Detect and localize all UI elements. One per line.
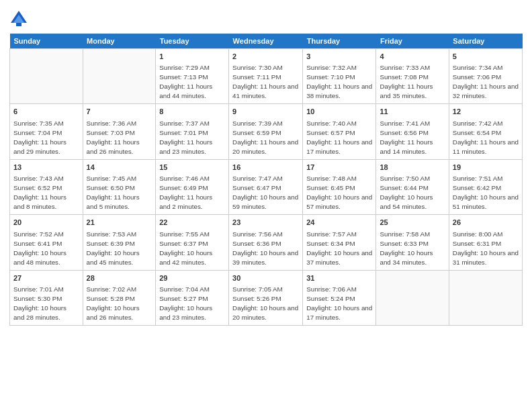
day-number: 24	[306, 218, 372, 228]
week-row-5: 27Sunrise: 7:01 AMSunset: 5:30 PMDayligh…	[10, 270, 523, 325]
day-number: 26	[453, 218, 519, 228]
calendar-cell: 12Sunrise: 7:42 AMSunset: 6:54 PMDayligh…	[449, 104, 522, 159]
calendar-cell: 27Sunrise: 7:01 AMSunset: 5:30 PMDayligh…	[10, 270, 83, 325]
day-number: 6	[13, 107, 79, 117]
calendar-cell: 2Sunrise: 7:30 AMSunset: 7:11 PMDaylight…	[229, 49, 303, 104]
calendar-cell	[376, 270, 449, 325]
day-number: 15	[159, 163, 225, 173]
day-number: 18	[380, 163, 445, 173]
calendar-cell: 1Sunrise: 7:29 AMSunset: 7:13 PMDaylight…	[156, 49, 229, 104]
calendar-cell	[449, 270, 522, 325]
day-info: Sunrise: 7:41 AMSunset: 6:56 PMDaylight:…	[380, 120, 433, 155]
calendar-cell: 29Sunrise: 7:04 AMSunset: 5:27 PMDayligh…	[156, 270, 229, 325]
day-number: 17	[306, 163, 372, 173]
day-number: 31	[306, 273, 372, 283]
calendar-page: SundayMondayTuesdayWednesdayThursdayFrid…	[0, 0, 532, 411]
calendar-cell: 30Sunrise: 7:05 AMSunset: 5:26 PMDayligh…	[229, 270, 303, 325]
week-row-2: 6Sunrise: 7:35 AMSunset: 7:04 PMDaylight…	[10, 104, 523, 159]
day-info: Sunrise: 7:43 AMSunset: 6:52 PMDaylight:…	[13, 175, 66, 210]
day-info: Sunrise: 7:56 AMSunset: 6:36 PMDaylight:…	[232, 230, 298, 266]
week-row-3: 13Sunrise: 7:43 AMSunset: 6:52 PMDayligh…	[10, 159, 523, 214]
day-info: Sunrise: 7:29 AMSunset: 7:13 PMDaylight:…	[159, 64, 212, 99]
calendar-cell: 20Sunrise: 7:52 AMSunset: 6:41 PMDayligh…	[10, 215, 83, 270]
day-info: Sunrise: 8:00 AMSunset: 6:31 PMDaylight:…	[453, 230, 519, 266]
day-info: Sunrise: 7:02 AMSunset: 5:28 PMDaylight:…	[87, 285, 140, 321]
day-number: 13	[13, 163, 79, 173]
header	[9, 7, 523, 28]
calendar-cell: 18Sunrise: 7:50 AMSunset: 6:44 PMDayligh…	[376, 159, 449, 214]
calendar-table: SundayMondayTuesdayWednesdayThursdayFrid…	[9, 34, 523, 326]
calendar-cell: 5Sunrise: 7:34 AMSunset: 7:06 PMDaylight…	[449, 49, 522, 104]
day-info: Sunrise: 7:01 AMSunset: 5:30 PMDaylight:…	[13, 285, 66, 321]
day-number: 9	[232, 107, 299, 117]
day-number: 30	[232, 273, 299, 283]
day-number: 23	[232, 218, 299, 228]
day-info: Sunrise: 7:42 AMSunset: 6:54 PMDaylight:…	[453, 120, 519, 155]
week-row-1: 1Sunrise: 7:29 AMSunset: 7:13 PMDaylight…	[10, 49, 523, 104]
calendar-cell: 28Sunrise: 7:02 AMSunset: 5:28 PMDayligh…	[83, 270, 156, 325]
day-number: 2	[232, 52, 299, 62]
calendar-cell: 14Sunrise: 7:45 AMSunset: 6:50 PMDayligh…	[83, 159, 156, 214]
calendar-cell: 3Sunrise: 7:32 AMSunset: 7:10 PMDaylight…	[303, 49, 376, 104]
day-info: Sunrise: 7:58 AMSunset: 6:33 PMDaylight:…	[380, 230, 433, 266]
logo-icon	[9, 9, 28, 28]
calendar-cell: 6Sunrise: 7:35 AMSunset: 7:04 PMDaylight…	[10, 104, 83, 159]
day-info: Sunrise: 7:37 AMSunset: 7:01 PMDaylight:…	[159, 120, 212, 155]
calendar-cell: 19Sunrise: 7:51 AMSunset: 6:42 PMDayligh…	[449, 159, 522, 214]
day-info: Sunrise: 7:36 AMSunset: 7:03 PMDaylight:…	[87, 120, 140, 155]
day-info: Sunrise: 7:40 AMSunset: 6:57 PMDaylight:…	[306, 120, 372, 155]
calendar-cell: 11Sunrise: 7:41 AMSunset: 6:56 PMDayligh…	[376, 104, 449, 159]
day-info: Sunrise: 7:35 AMSunset: 7:04 PMDaylight:…	[13, 120, 66, 155]
day-header-monday: Monday	[83, 34, 156, 49]
day-number: 11	[380, 107, 445, 117]
day-number: 20	[13, 218, 79, 228]
day-header-thursday: Thursday	[303, 34, 376, 49]
day-info: Sunrise: 7:57 AMSunset: 6:34 PMDaylight:…	[306, 230, 372, 266]
day-info: Sunrise: 7:33 AMSunset: 7:08 PMDaylight:…	[380, 64, 433, 99]
day-info: Sunrise: 7:50 AMSunset: 6:44 PMDaylight:…	[380, 175, 433, 210]
header-row: SundayMondayTuesdayWednesdayThursdayFrid…	[10, 34, 523, 49]
calendar-cell: 22Sunrise: 7:55 AMSunset: 6:37 PMDayligh…	[156, 215, 229, 270]
day-info: Sunrise: 7:39 AMSunset: 6:59 PMDaylight:…	[232, 120, 298, 155]
day-number: 8	[159, 107, 225, 117]
day-number: 16	[232, 163, 299, 173]
day-info: Sunrise: 7:51 AMSunset: 6:42 PMDaylight:…	[453, 175, 519, 210]
day-number: 7	[87, 107, 152, 117]
day-header-wednesday: Wednesday	[229, 34, 303, 49]
calendar-cell: 17Sunrise: 7:48 AMSunset: 6:45 PMDayligh…	[303, 159, 376, 214]
day-header-tuesday: Tuesday	[156, 34, 229, 49]
calendar-cell: 25Sunrise: 7:58 AMSunset: 6:33 PMDayligh…	[376, 215, 449, 270]
calendar-cell: 7Sunrise: 7:36 AMSunset: 7:03 PMDaylight…	[83, 104, 156, 159]
day-info: Sunrise: 7:34 AMSunset: 7:06 PMDaylight:…	[453, 64, 519, 99]
day-number: 3	[306, 52, 372, 62]
day-number: 4	[380, 52, 445, 62]
day-info: Sunrise: 7:30 AMSunset: 7:11 PMDaylight:…	[232, 64, 298, 99]
calendar-cell: 10Sunrise: 7:40 AMSunset: 6:57 PMDayligh…	[303, 104, 376, 159]
day-number: 12	[453, 107, 519, 117]
calendar-cell	[10, 49, 83, 104]
day-info: Sunrise: 7:05 AMSunset: 5:26 PMDaylight:…	[232, 285, 298, 321]
calendar-cell: 16Sunrise: 7:47 AMSunset: 6:47 PMDayligh…	[229, 159, 303, 214]
calendar-cell: 8Sunrise: 7:37 AMSunset: 7:01 PMDaylight…	[156, 104, 229, 159]
day-number: 10	[306, 107, 372, 117]
day-number: 27	[13, 273, 79, 283]
day-info: Sunrise: 7:55 AMSunset: 6:37 PMDaylight:…	[159, 230, 212, 266]
day-info: Sunrise: 7:06 AMSunset: 5:24 PMDaylight:…	[306, 285, 372, 321]
day-info: Sunrise: 7:45 AMSunset: 6:50 PMDaylight:…	[87, 175, 140, 210]
day-info: Sunrise: 7:53 AMSunset: 6:39 PMDaylight:…	[87, 230, 140, 266]
calendar-cell: 23Sunrise: 7:56 AMSunset: 6:36 PMDayligh…	[229, 215, 303, 270]
day-header-friday: Friday	[376, 34, 449, 49]
day-number: 22	[159, 218, 225, 228]
day-info: Sunrise: 7:46 AMSunset: 6:49 PMDaylight:…	[159, 175, 212, 210]
calendar-cell: 9Sunrise: 7:39 AMSunset: 6:59 PMDaylight…	[229, 104, 303, 159]
svg-rect-2	[16, 23, 21, 26]
day-number: 25	[380, 218, 445, 228]
day-number: 19	[453, 163, 519, 173]
day-info: Sunrise: 7:32 AMSunset: 7:10 PMDaylight:…	[306, 64, 372, 99]
day-number: 1	[159, 52, 225, 62]
day-info: Sunrise: 7:48 AMSunset: 6:45 PMDaylight:…	[306, 175, 372, 210]
day-number: 5	[453, 52, 519, 62]
day-info: Sunrise: 7:04 AMSunset: 5:27 PMDaylight:…	[159, 285, 212, 321]
calendar-cell: 31Sunrise: 7:06 AMSunset: 5:24 PMDayligh…	[303, 270, 376, 325]
calendar-cell: 26Sunrise: 8:00 AMSunset: 6:31 PMDayligh…	[449, 215, 522, 270]
